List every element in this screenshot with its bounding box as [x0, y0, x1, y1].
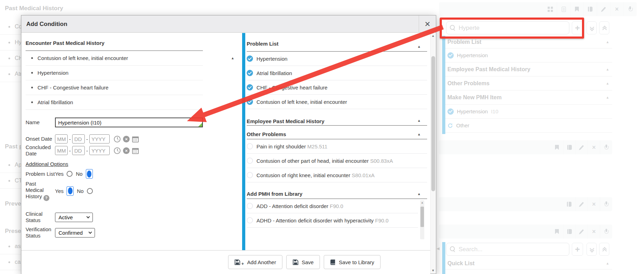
- encounter-pmh-item[interactable]: Atrial fibrillation: [26, 95, 203, 110]
- close-icon: ✕: [424, 20, 431, 28]
- clear-date-icon[interactable]: ×: [123, 147, 130, 154]
- library-scrollbar[interactable]: ▲: [420, 200, 424, 239]
- verification-status-label: Verification Status: [26, 226, 55, 239]
- problem-list-item[interactable]: Contusion of left knee, initial encounte…: [247, 95, 427, 109]
- problem-list-item[interactable]: Hypertension: [247, 52, 427, 66]
- verification-status-row: Verification Status Confirmed: [26, 226, 203, 239]
- problem-list-yes-radio[interactable]: [67, 171, 73, 177]
- collapse-caret-icon[interactable]: ▲: [417, 119, 421, 122]
- scroll-up-icon: ▲: [420, 201, 424, 204]
- modal-header: Add Condition ✕: [21, 15, 436, 33]
- concluded-date-row: Concluded Date MM- DD- YYYY ×: [26, 144, 203, 157]
- library-list: ADD - Attention deficit disorder F90.0 A…: [247, 199, 427, 241]
- scroll-down-icon[interactable]: ▼: [431, 269, 436, 272]
- employee-pmh-header: Employee Past Medical History▲: [247, 109, 427, 126]
- clinical-status-label: Clinical Status: [26, 211, 55, 223]
- empty-circle-icon: [247, 158, 253, 164]
- add-pmh-library-header: Add PMH from Library▲: [247, 182, 427, 199]
- other-problem-item[interactable]: Contusion of right knee, initial encount…: [247, 168, 427, 182]
- problem-list-no-radio[interactable]: [86, 169, 93, 179]
- name-field-wrap: [55, 118, 203, 127]
- encounter-pmh-column: Encounter Past Medical History Contusion…: [26, 33, 203, 239]
- concluded-month-input[interactable]: MM: [55, 146, 68, 155]
- clinical-status-select[interactable]: Active: [55, 213, 93, 222]
- scroll-up-icon[interactable]: ▲: [431, 34, 436, 38]
- pmh-no-radio[interactable]: [87, 188, 93, 194]
- modal-footer: + Add Another Save Save to Library: [21, 250, 430, 274]
- add-another-button[interactable]: + Add Another: [228, 255, 282, 269]
- clock-icon[interactable]: [114, 136, 121, 142]
- clock-icon[interactable]: [114, 147, 121, 154]
- collapse-caret-icon[interactable]: ▲: [417, 45, 421, 48]
- problem-list-toggle-row: Problem List Yes No: [26, 169, 203, 179]
- clinical-status-row: Clinical Status Active: [26, 211, 203, 223]
- pmh-yes-radio[interactable]: [67, 186, 74, 196]
- onset-date-row: Onset Date MM- DD- YYYY ×: [26, 134, 203, 143]
- collapse-caret-icon[interactable]: ▲: [231, 56, 234, 60]
- problem-list-radios: Yes No: [55, 169, 93, 179]
- library-item[interactable]: ADHD - Attention deficit disorder with h…: [247, 213, 418, 228]
- clear-date-icon[interactable]: ×: [123, 136, 130, 142]
- icd-code: S80.01xA: [352, 172, 375, 178]
- bullet-icon: [31, 57, 33, 59]
- additional-options-link[interactable]: Additional Options: [26, 161, 68, 167]
- problem-sources-column: Problem List▲ Hypertension Atrial fibril…: [247, 33, 427, 241]
- problem-list-item[interactable]: CHF - Congestive heart failure: [247, 80, 427, 95]
- save-to-library-button[interactable]: Save to Library: [324, 255, 381, 269]
- other-problem-item[interactable]: Contusion of other part of head, initial…: [247, 154, 427, 168]
- modal-body: ▲ Encounter Past Medical History Contusi…: [21, 33, 436, 274]
- concluded-date-label: Concluded Date: [26, 144, 55, 157]
- library-item[interactable]: ADD - Attention deficit disorder F90.0: [247, 199, 418, 213]
- icd-code: F90.0: [330, 203, 343, 209]
- collapse-caret-icon[interactable]: ▲: [417, 192, 421, 196]
- problem-list-item[interactable]: Atrial fibrillation: [247, 66, 427, 80]
- modal-scrollbar[interactable]: ▲ ▼: [430, 33, 436, 274]
- scrollbar-thumb[interactable]: [431, 56, 435, 191]
- concluded-day-input[interactable]: DD: [72, 146, 85, 155]
- encounter-pmh-header: Encounter Past Medical History: [26, 33, 203, 51]
- scrollbar-thumb[interactable]: [420, 207, 424, 227]
- icd-code: M25.511: [307, 143, 327, 149]
- empty-circle-icon: [247, 217, 253, 223]
- check-circle-icon: [247, 70, 253, 76]
- encounter-pmh-item[interactable]: Contusion of left knee, initial encounte…: [26, 51, 203, 66]
- collapse-caret-icon[interactable]: ▲: [417, 132, 421, 136]
- calendar-icon[interactable]: [132, 136, 139, 142]
- save-plus-icon: [234, 259, 240, 265]
- onset-month-input[interactable]: MM: [55, 134, 68, 143]
- empty-circle-icon: [247, 203, 253, 209]
- verification-status-select[interactable]: Confirmed: [55, 228, 95, 238]
- add-condition-modal: Add Condition ✕ ▲ Encounter Past Medical…: [21, 15, 436, 274]
- save-icon: [293, 259, 299, 265]
- onset-day-input[interactable]: DD: [72, 134, 85, 143]
- book-icon: [330, 259, 336, 265]
- check-circle-icon: [247, 55, 253, 62]
- concluded-date-group: MM- DD- YYYY ×: [55, 146, 139, 155]
- other-problem-item[interactable]: Pain in right shoulder M25.511: [247, 139, 427, 154]
- calendar-icon[interactable]: [132, 148, 139, 154]
- modal-close-button[interactable]: ✕: [419, 15, 436, 33]
- problem-list-header: Problem List▲: [247, 33, 427, 52]
- check-circle-icon: [247, 99, 253, 105]
- check-circle-icon: [247, 84, 253, 91]
- icd-code: S00.83xA: [370, 158, 393, 164]
- empty-circle-icon: [247, 143, 253, 149]
- save-button[interactable]: Save: [286, 255, 320, 269]
- name-input[interactable]: [55, 118, 203, 127]
- onset-date-group: MM- DD- YYYY ×: [55, 134, 139, 143]
- concluded-year-input[interactable]: YYYY: [89, 146, 110, 155]
- condition-form: Name Onset Date MM- DD- YYYY: [26, 118, 203, 239]
- onset-year-input[interactable]: YYYY: [89, 134, 110, 143]
- chevron-down-icon: [87, 215, 90, 219]
- pmh-radios: Yes No: [55, 186, 93, 196]
- bullet-icon: [31, 87, 33, 88]
- bullet-icon: [31, 101, 33, 103]
- problem-list-label: Problem List: [26, 171, 55, 177]
- encounter-pmh-item[interactable]: Hypertension: [26, 66, 203, 80]
- encounter-pmh-item[interactable]: CHF - Congestive heart failure: [26, 80, 203, 95]
- other-problems-header: Other Problems▲: [247, 126, 427, 139]
- column-accent-bar: [242, 33, 245, 274]
- help-icon[interactable]: [43, 195, 49, 201]
- name-row: Name: [26, 118, 203, 127]
- name-label: Name: [26, 119, 55, 126]
